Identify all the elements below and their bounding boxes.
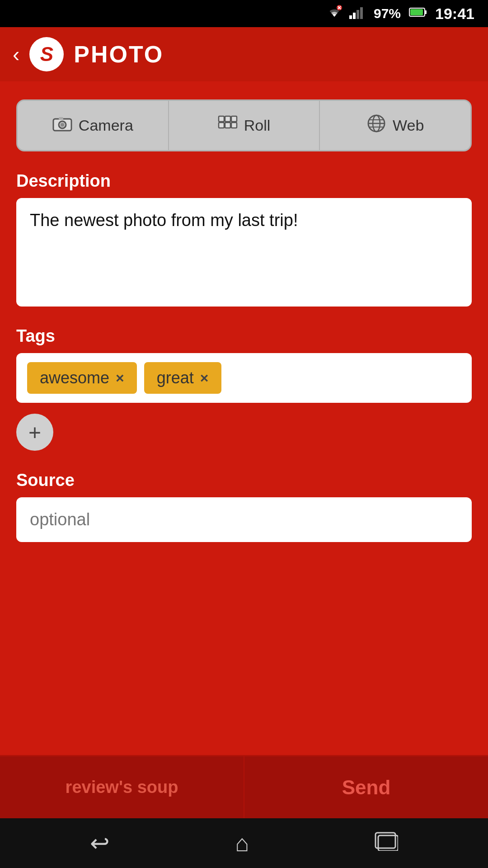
page-title: PHOTO <box>74 41 164 68</box>
nav-recents-icon <box>375 830 398 856</box>
tag-great-text: great <box>157 368 194 387</box>
tab-roll[interactable]: Roll <box>169 101 320 150</box>
tab-camera-label: Camera <box>79 117 133 134</box>
app-logo: S <box>29 37 64 71</box>
svg-rect-15 <box>225 116 230 122</box>
svg-rect-19 <box>231 123 237 128</box>
clock: 19:41 <box>435 5 474 23</box>
tag-chip-awesome[interactable]: awesome × <box>27 362 137 394</box>
bottom-buttons: review's soup Send <box>0 755 488 818</box>
roll-icon <box>218 115 238 136</box>
web-icon <box>366 113 386 137</box>
bottom-nav: ↩ ⌂ <box>0 818 488 868</box>
description-input[interactable]: The newest photo from my last trip! <box>16 198 472 307</box>
reviews-soup-button[interactable]: review's soup <box>0 756 244 818</box>
nav-back-button[interactable]: ↩ <box>90 830 110 857</box>
svg-rect-17 <box>219 123 224 128</box>
svg-rect-8 <box>425 10 427 14</box>
wifi-icon <box>326 5 343 23</box>
tag-awesome-text: awesome <box>40 368 109 387</box>
svg-rect-5 <box>357 10 359 19</box>
nav-home-button[interactable]: ⌂ <box>235 830 249 857</box>
add-tag-button[interactable]: + <box>16 414 53 451</box>
source-label: Source <box>16 471 472 490</box>
svg-rect-3 <box>349 15 352 19</box>
battery-percentage: 97% <box>374 6 401 21</box>
send-button[interactable]: Send <box>244 756 488 818</box>
tab-roll-label: Roll <box>244 117 271 134</box>
description-label: Description <box>16 171 472 191</box>
svg-rect-16 <box>231 116 237 122</box>
tag-chip-great[interactable]: great × <box>144 362 221 394</box>
nav-recents-button[interactable] <box>375 830 398 856</box>
svg-point-12 <box>61 123 64 127</box>
svg-rect-14 <box>219 116 224 122</box>
svg-rect-9 <box>410 9 423 15</box>
tags-container: awesome × great × <box>16 353 472 403</box>
svg-rect-13 <box>59 117 63 120</box>
tag-awesome-remove[interactable]: × <box>116 370 124 387</box>
camera-icon <box>52 115 72 136</box>
source-selector: Camera Roll <box>16 99 472 151</box>
svg-rect-6 <box>360 7 363 19</box>
source-input[interactable] <box>16 497 472 542</box>
app-header: ‹ S PHOTO <box>0 27 488 81</box>
tag-great-remove[interactable]: × <box>200 370 209 387</box>
tags-label: Tags <box>16 326 472 346</box>
svg-rect-18 <box>225 123 230 128</box>
nav-home-icon: ⌂ <box>235 830 249 857</box>
back-button[interactable]: ‹ <box>13 44 19 65</box>
tab-web[interactable]: Web <box>320 101 470 150</box>
main-content: Camera Roll <box>0 81 488 755</box>
status-bar: 97% 19:41 <box>0 0 488 27</box>
battery-icon <box>409 6 427 21</box>
nav-back-icon: ↩ <box>90 830 110 857</box>
svg-rect-4 <box>353 13 356 19</box>
signal-icon <box>349 5 366 22</box>
tab-camera[interactable]: Camera <box>18 101 169 150</box>
tab-web-label: Web <box>393 117 424 134</box>
